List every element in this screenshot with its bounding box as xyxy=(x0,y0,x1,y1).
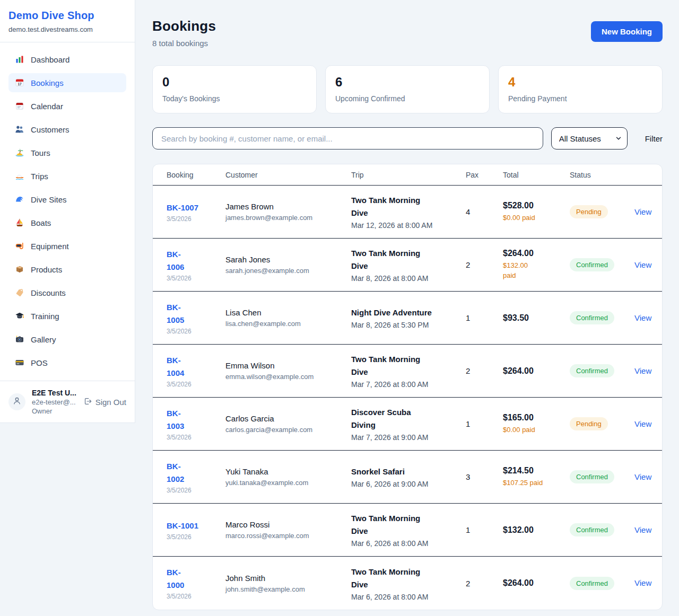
sidebar-item-label: Gallery xyxy=(31,335,56,344)
sidebar-item-customers[interactable]: Customers xyxy=(8,120,126,139)
trip-time: Mar 8, 2026 at 8:00 AM xyxy=(351,274,466,283)
speedboat-icon xyxy=(15,171,24,181)
view-link[interactable]: View xyxy=(634,472,651,481)
customer-email: emma.wilson@example.com xyxy=(225,373,351,381)
search-input[interactable] xyxy=(152,127,543,149)
booking-date: 3/5/2026 xyxy=(167,328,225,335)
island-icon xyxy=(15,148,24,157)
pax-count: 2 xyxy=(466,260,503,269)
stat-card: 0 Today's Bookings xyxy=(152,65,317,113)
sidebar-item-discounts[interactable]: Discounts xyxy=(8,283,126,302)
sidebar-item-pos[interactable]: POS xyxy=(8,353,126,372)
booking-id-link[interactable]: BK- 1000 xyxy=(167,566,184,592)
sidebar-item-calendar[interactable]: Calendar xyxy=(8,96,126,116)
view-link[interactable]: View xyxy=(634,313,651,322)
trip-name: Discover Scuba Diving xyxy=(351,406,452,432)
stat-card: 6 Upcoming Confirmed xyxy=(325,65,490,113)
status-badge: Pending xyxy=(570,205,608,218)
pax-count: 2 xyxy=(466,579,503,588)
pax-count: 1 xyxy=(466,525,503,534)
view-link[interactable]: View xyxy=(634,207,651,216)
booking-id-link[interactable]: BK- 1003 xyxy=(167,407,184,433)
total-amount: $132.00 xyxy=(503,525,570,535)
camera-icon xyxy=(15,335,24,344)
sidebar-item-equipment[interactable]: Equipment xyxy=(8,236,126,256)
sidebar-item-dashboard[interactable]: Dashboard xyxy=(8,50,126,69)
paid-amount: $107.25 paid xyxy=(503,478,553,488)
customer-name: Carlos Garcia xyxy=(225,414,351,423)
wave-icon xyxy=(15,195,24,204)
customer-name: Lisa Chen xyxy=(225,308,351,317)
booking-date: 3/5/2026 xyxy=(167,434,225,441)
customer-email: john.smith@example.com xyxy=(225,585,351,593)
sign-out-label: Sign Out xyxy=(95,398,126,407)
user-info: E2E Test U... e2e-tester@... Owner xyxy=(32,389,77,415)
shop-name: Demo Dive Shop xyxy=(8,10,126,22)
view-link[interactable]: View xyxy=(634,419,651,428)
avatar xyxy=(8,393,25,410)
sidebar-item-dive-sites[interactable]: Dive Sites xyxy=(8,190,126,209)
sidebar-item-label: Training xyxy=(31,312,59,321)
bar-chart-icon xyxy=(15,55,24,64)
table-row: BK- 1004 3/5/2026 Emma Wilson emma.wilso… xyxy=(153,345,662,398)
customer-email: marco.rossi@example.com xyxy=(225,532,351,540)
booking-id-link[interactable]: BK-1001 xyxy=(167,520,198,532)
table-row: BK-1001 3/5/2026 Marco Rossi marco.rossi… xyxy=(153,504,662,557)
booking-id-link[interactable]: BK- 1002 xyxy=(167,460,184,486)
trip-time: Mar 6, 2026 at 8:00 AM xyxy=(351,593,466,601)
stat-label: Upcoming Confirmed xyxy=(335,94,480,103)
sidebar-item-tours[interactable]: Tours xyxy=(8,143,126,162)
status-badge: Confirmed xyxy=(570,311,614,324)
filter-button[interactable]: Filter xyxy=(645,134,663,143)
page-subtitle: 8 total bookings xyxy=(152,39,216,48)
status-select[interactable]: All Statuses xyxy=(551,127,628,149)
shop-domain: demo.test.divestreams.com xyxy=(8,25,126,33)
col-booking: Booking xyxy=(167,171,225,179)
user-block: E2E Test U... e2e-tester@... Owner Sign … xyxy=(0,381,135,423)
view-link[interactable]: View xyxy=(634,525,651,534)
sidebar-item-gallery[interactable]: Gallery xyxy=(8,330,126,349)
view-link[interactable]: View xyxy=(634,578,651,587)
sidebar-item-trips[interactable]: Trips xyxy=(8,166,126,186)
person-icon xyxy=(12,396,22,408)
trip-time: Mar 7, 2026 at 9:00 AM xyxy=(351,433,466,442)
sidebar-item-products[interactable]: Products xyxy=(8,260,126,279)
booking-id-link[interactable]: BK- 1004 xyxy=(167,354,184,380)
view-link[interactable]: View xyxy=(634,260,651,269)
logo-block: Demo Dive Shop demo.test.divestreams.com xyxy=(0,0,135,42)
total-amount: $264.00 xyxy=(503,366,570,376)
customer-email: yuki.tanaka@example.com xyxy=(225,479,351,487)
sidebar-item-label: Dive Sites xyxy=(31,195,67,204)
booking-id-link[interactable]: BK- 1005 xyxy=(167,301,184,327)
sidebar-item-label: Customers xyxy=(31,125,69,134)
total-amount: $528.00 xyxy=(503,201,570,210)
new-booking-button[interactable]: New Booking xyxy=(591,21,663,42)
pax-count: 1 xyxy=(466,313,503,322)
sign-out-button[interactable]: Sign Out xyxy=(83,397,126,407)
booking-date: 3/5/2026 xyxy=(167,533,225,541)
sidebar-item-label: Discounts xyxy=(31,288,66,297)
sidebar-item-label: Products xyxy=(31,265,62,274)
sidebar-item-bookings[interactable]: 17 Bookings xyxy=(8,73,126,92)
sidebar-item-boats[interactable]: Boats xyxy=(8,213,126,232)
svg-text:17: 17 xyxy=(18,82,22,86)
trip-name: Two Tank Morning Dive xyxy=(351,512,452,538)
paid-amount: $132.00 paid xyxy=(503,261,553,281)
booking-id-link[interactable]: BK- 1006 xyxy=(167,248,184,274)
sidebar-item-training[interactable]: Training xyxy=(8,306,126,325)
booking-id-link[interactable]: BK-1007 xyxy=(167,201,198,214)
logout-icon xyxy=(83,397,92,407)
customer-email: sarah.jones@example.com xyxy=(225,267,351,275)
pax-count: 1 xyxy=(466,419,503,428)
customer-name: Yuki Tanaka xyxy=(225,467,351,476)
customer-name: James Brown xyxy=(225,202,351,211)
calendar-icon xyxy=(15,101,24,111)
sidebar-item-label: Equipment xyxy=(31,242,69,251)
sidebar-item-label: Tours xyxy=(31,148,50,157)
trip-time: Mar 7, 2026 at 8:00 AM xyxy=(351,380,466,389)
view-link[interactable]: View xyxy=(634,366,651,375)
table-row: BK- 1002 3/5/2026 Yuki Tanaka yuki.tanak… xyxy=(153,451,662,504)
col-pax: Pax xyxy=(466,171,503,179)
table-header-row: Booking Customer Trip Pax Total Status xyxy=(153,164,662,186)
total-amount: $93.50 xyxy=(503,313,570,323)
